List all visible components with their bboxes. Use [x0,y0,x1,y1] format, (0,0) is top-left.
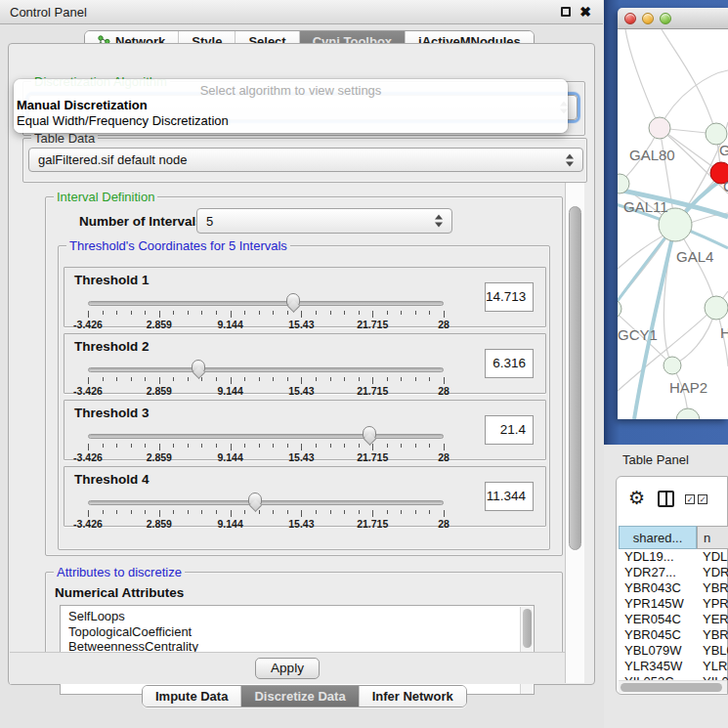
close-icon[interactable]: ✖ [579,4,591,20]
node-label-gal4: GAL4 [676,248,713,265]
table-hscrollbar[interactable] [619,680,727,693]
table-row[interactable]: YPR145WYPR1 [619,596,728,612]
algorithm-options: Manual DiscretizationEqual Width/Frequen… [14,98,568,129]
cell-name: YPR1 [697,596,728,612]
algorithm-option-equal-width-frequency-discretization[interactable]: Equal Width/Frequency Discretization [14,113,568,129]
checkbox-icon[interactable]: ✓ [698,494,707,504]
table-row[interactable]: YLR345WYLR3 [619,659,728,674]
slider-track[interactable] [88,367,444,372]
checkbox-icon[interactable]: ✓ [685,494,695,504]
slider-tick [359,510,360,514]
slider-tick-label: 21.715 [348,518,397,530]
slider-tick [131,444,132,448]
slider-track[interactable] [88,301,444,306]
table-row[interactable]: YDR27...YDR2 [619,565,728,580]
network-node[interactable] [649,117,670,139]
slider-track[interactable] [88,434,444,439]
slider-tick [344,510,345,514]
slider-tick [173,311,174,315]
slider-tick [372,510,373,517]
network-canvas[interactable]: GAL80GCGAL11GAL4GCY1HHAP2 [618,29,728,419]
algorithm-option-manual-discretization[interactable]: Manual Discretization [14,98,568,113]
cell-shared-name: YPR145W [619,596,697,612]
column-header-name[interactable]: n [697,526,728,549]
tab-impute-data[interactable]: Impute Data [143,686,241,707]
slider-thumb[interactable] [363,426,376,439]
network-node[interactable] [676,408,700,419]
threshold-value-field[interactable]: 6.316 [485,349,534,378]
slider-tick [316,444,317,448]
threshold-value-field[interactable]: 14.713 [485,282,534,312]
table-row[interactable]: YBR043CYBR0 [619,580,728,596]
slider-tick [103,311,104,315]
table-row[interactable]: YDL19...YDL1 [619,549,728,565]
network-edge[interactable] [625,29,660,128]
zoom-traffic-light[interactable] [660,13,671,24]
slider-tick [131,510,132,514]
tab-label: Infer Network [372,689,453,704]
tab-discretize-data[interactable]: Discretize Data [241,686,359,707]
attribute-list-item[interactable]: SelfLoops [61,609,534,624]
cell-shared-name: YBL079W [619,643,697,659]
threshold-value-field[interactable]: 21.4 [485,415,534,445]
num-intervals-combobox[interactable]: 5 [196,208,452,234]
slider-tick [231,377,232,384]
settings-scrollbar[interactable] [565,183,584,683]
float-window-icon[interactable] [561,7,571,17]
table-data-combobox[interactable]: galFiltered.sif default node [28,148,583,172]
slider-tick [173,444,174,448]
slider-thumb[interactable] [248,492,262,505]
slider-tick [145,311,146,315]
split-columns-icon[interactable] [658,491,674,507]
num-intervals-value: 5 [206,214,213,229]
slider-tick [244,377,245,381]
cell-name: YBL0 [697,643,728,659]
network-node[interactable] [664,357,681,374]
slider-thumb[interactable] [286,293,300,306]
settings-scrollbar-thumb[interactable] [569,206,581,550]
gear-icon[interactable]: ⚙ [628,489,645,508]
slider-track[interactable] [88,500,444,505]
apply-button[interactable]: Apply [255,658,320,679]
slider-tick-label: 9.144 [206,319,255,330]
node-label-c: C [723,178,728,194]
tab-infer-network[interactable]: Infer Network [360,686,466,707]
slider-tick [316,377,317,381]
slider-tick [372,444,373,450]
interval-definition-title: Interval Definition [54,190,157,204]
close-traffic-light[interactable] [624,13,636,24]
slider-tick [231,311,232,318]
slider-thumb[interactable] [192,360,205,372]
slider-tick-label: 15.43 [277,518,325,530]
table-row[interactable]: YBR045CYBR0 [619,627,728,643]
minimize-traffic-light[interactable] [642,13,654,24]
column-header-shared-name[interactable]: shared... [619,526,697,549]
network-edge[interactable] [662,29,716,134]
network-edge[interactable] [660,70,728,128]
slider-tick [387,311,388,315]
slider-tick [145,510,146,514]
attribute-list-item[interactable]: TopologicalCoefficient [61,624,534,640]
tab-label: Discretize Data [254,689,345,704]
threshold-value-field[interactable]: 11.344 [485,482,534,511]
algorithm-dropdown-popup: Select algorithm to view settings Manual… [14,79,568,133]
slider-tick-label: 15.43 [277,319,325,330]
table-row[interactable]: YBL079WYBL0 [619,643,728,659]
table-data-value: galFiltered.sif default node [38,152,187,167]
slider-tick-label: 9.144 [206,518,255,530]
slider-tick-label: 28 [419,451,468,463]
slider-tick [188,311,189,315]
slider-tick [88,444,89,450]
list-scrollbar-thumb[interactable] [523,609,532,648]
combo-arrows-icon [435,215,444,228]
slider-tick [444,444,445,450]
apply-row: Apply [10,652,565,684]
table-row[interactable]: YER054CYER0 [619,612,728,627]
table-hscrollbar-thumb[interactable] [621,683,722,692]
network-node[interactable] [705,296,728,320]
cell-name: YDR2 [697,565,728,580]
control-panel-titlebar: Control Panel ✖ [0,0,603,24]
slider-tick [429,444,430,448]
slider-tick [103,444,104,448]
cell-name: YDL1 [697,549,728,565]
